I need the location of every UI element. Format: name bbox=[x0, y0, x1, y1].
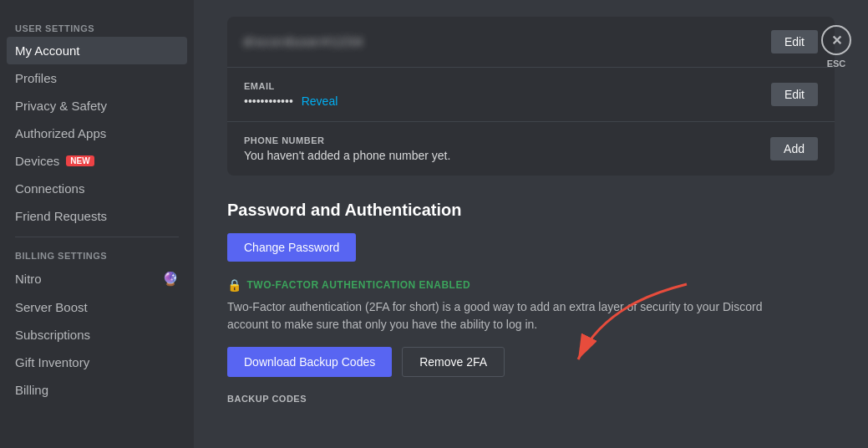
email-value: •••••••••••• Reveal bbox=[244, 94, 338, 108]
username-edit-button[interactable]: Edit bbox=[771, 30, 818, 53]
sidebar-item-server-boost[interactable]: Server Boost bbox=[7, 293, 187, 321]
esc-circle: ✕ bbox=[821, 25, 851, 55]
twofa-enabled-row: 🔒 TWO-FACTOR AUTHENTICATION ENABLED bbox=[227, 278, 835, 292]
phone-label: PHONE NUMBER bbox=[244, 135, 450, 145]
sidebar-divider bbox=[15, 237, 179, 237]
sidebar-item-label: Nitro bbox=[15, 272, 42, 286]
esc-container[interactable]: ✕ ESC bbox=[821, 25, 851, 69]
email-blurred: •••••••••••• bbox=[244, 94, 293, 108]
sidebar-item-friend-requests[interactable]: Friend Requests bbox=[7, 202, 187, 230]
sidebar-item-label: Privacy & Safety bbox=[15, 99, 107, 113]
sidebar-item-billing[interactable]: Billing bbox=[7, 376, 187, 404]
sidebar-item-label: Profiles bbox=[15, 71, 57, 85]
backup-codes-label: BACKUP CODES bbox=[227, 394, 835, 404]
phone-add-button[interactable]: Add bbox=[770, 137, 818, 160]
twofa-buttons: Download Backup Codes Remove 2FA bbox=[227, 347, 835, 377]
username-row: discorduser#1234 Edit bbox=[227, 17, 835, 68]
sidebar-item-label: Devices bbox=[15, 154, 59, 168]
sidebar-item-devices[interactable]: Devices NEW bbox=[7, 147, 187, 175]
sidebar-item-label: Connections bbox=[15, 181, 84, 196]
change-password-button[interactable]: Change Password bbox=[227, 233, 356, 262]
account-info-card: discorduser#1234 Edit EMAIL ••••••••••••… bbox=[227, 17, 835, 176]
sidebar-item-label: Authorized Apps bbox=[15, 126, 106, 140]
sidebar-item-label: Server Boost bbox=[15, 300, 88, 314]
reveal-link[interactable]: Reveal bbox=[302, 94, 338, 108]
sidebar-item-subscriptions[interactable]: Subscriptions bbox=[7, 321, 187, 349]
phone-value: You haven't added a phone number yet. bbox=[244, 149, 450, 162]
sidebar-item-connections[interactable]: Connections bbox=[7, 175, 187, 202]
password-auth-section: Password and Authentication Change Passw… bbox=[227, 201, 835, 404]
sidebar-item-authorized-apps[interactable]: Authorized Apps bbox=[7, 120, 187, 147]
email-edit-button[interactable]: Edit bbox=[771, 83, 818, 106]
new-badge: NEW bbox=[66, 155, 94, 166]
sidebar-item-label: My Account bbox=[15, 43, 80, 58]
sidebar-item-privacy-safety[interactable]: Privacy & Safety bbox=[7, 92, 187, 120]
nitro-icon: 🔮 bbox=[162, 271, 179, 287]
billing-settings-label: BILLING SETTINGS bbox=[7, 244, 187, 264]
twofa-enabled-text: TWO-FACTOR AUTHENTICATION ENABLED bbox=[247, 279, 471, 291]
sidebar-item-nitro[interactable]: Nitro 🔮 bbox=[7, 264, 187, 293]
esc-icon: ✕ bbox=[831, 33, 842, 48]
download-backup-button[interactable]: Download Backup Codes bbox=[227, 347, 392, 377]
remove-2fa-button[interactable]: Remove 2FA bbox=[402, 347, 505, 377]
email-row: EMAIL •••••••••••• Reveal Edit bbox=[227, 68, 835, 122]
twofa-description: Two-Factor authentication (2FA for short… bbox=[227, 298, 770, 333]
sidebar-item-my-account[interactable]: My Account bbox=[7, 37, 187, 64]
sidebar-item-label: Gift Inventory bbox=[15, 355, 89, 369]
lock-icon: 🔒 bbox=[227, 278, 242, 292]
esc-label: ESC bbox=[827, 59, 846, 69]
email-label: EMAIL bbox=[244, 81, 338, 91]
sidebar-item-label: Billing bbox=[15, 383, 48, 397]
sidebar-item-profiles[interactable]: Profiles bbox=[7, 64, 187, 92]
main-content: discorduser#1234 Edit EMAIL ••••••••••••… bbox=[194, 0, 868, 448]
sidebar-item-gift-inventory[interactable]: Gift Inventory bbox=[7, 349, 187, 376]
sidebar-item-label: Subscriptions bbox=[15, 328, 90, 342]
username-value: discorduser#1234 bbox=[244, 35, 363, 48]
user-settings-label: USER SETTINGS bbox=[7, 17, 187, 37]
section-title: Password and Authentication bbox=[227, 201, 835, 220]
sidebar-item-label: Friend Requests bbox=[15, 209, 107, 223]
sidebar: USER SETTINGS My Account Profiles Privac… bbox=[0, 0, 194, 448]
phone-row: PHONE NUMBER You haven't added a phone n… bbox=[227, 122, 835, 176]
